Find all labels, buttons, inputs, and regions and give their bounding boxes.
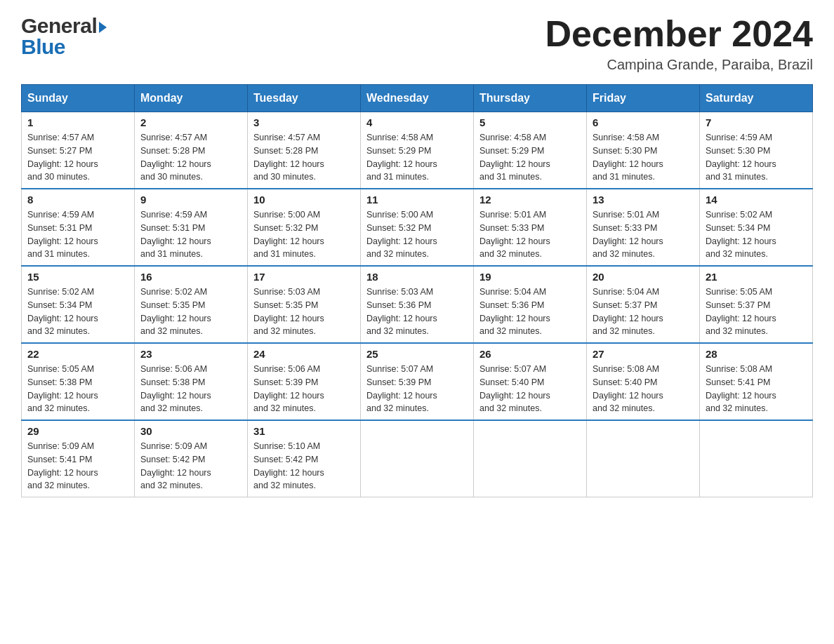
day-number: 2 xyxy=(140,116,241,128)
weekday-header-wednesday: Wednesday xyxy=(361,85,474,112)
day-info: Sunrise: 4:59 AM Sunset: 5:31 PM Dayligh… xyxy=(140,208,241,261)
calendar-day-cell: 21 Sunrise: 5:05 AM Sunset: 5:37 PM Dayl… xyxy=(700,266,813,343)
calendar-day-cell: 25 Sunrise: 5:07 AM Sunset: 5:39 PM Dayl… xyxy=(361,343,474,420)
day-info: Sunrise: 5:01 AM Sunset: 5:33 PM Dayligh… xyxy=(479,208,581,261)
day-info: Sunrise: 5:02 AM Sunset: 5:34 PM Dayligh… xyxy=(706,208,807,261)
day-info: Sunrise: 5:00 AM Sunset: 5:32 PM Dayligh… xyxy=(253,208,355,261)
calendar-day-cell: 10 Sunrise: 5:00 AM Sunset: 5:32 PM Dayl… xyxy=(248,189,361,266)
day-number: 8 xyxy=(27,194,128,206)
calendar-week-row: 29 Sunrise: 5:09 AM Sunset: 5:41 PM Dayl… xyxy=(22,420,813,497)
day-number: 11 xyxy=(366,194,468,206)
day-info: Sunrise: 4:59 AM Sunset: 5:30 PM Dayligh… xyxy=(706,131,807,184)
calendar-day-cell xyxy=(361,420,474,497)
calendar-day-cell: 12 Sunrise: 5:01 AM Sunset: 5:33 PM Dayl… xyxy=(474,189,587,266)
calendar-day-cell xyxy=(700,420,813,497)
page-header: General Blue December 2024 Campina Grand… xyxy=(21,14,813,73)
day-number: 21 xyxy=(706,271,807,283)
calendar-day-cell: 14 Sunrise: 5:02 AM Sunset: 5:34 PM Dayl… xyxy=(700,189,813,266)
day-number: 9 xyxy=(140,194,241,206)
day-info: Sunrise: 5:06 AM Sunset: 5:38 PM Dayligh… xyxy=(140,363,241,415)
day-number: 18 xyxy=(366,271,468,283)
calendar-day-cell: 16 Sunrise: 5:02 AM Sunset: 5:35 PM Dayl… xyxy=(135,266,248,343)
day-info: Sunrise: 5:08 AM Sunset: 5:40 PM Dayligh… xyxy=(593,363,694,415)
day-info: Sunrise: 5:08 AM Sunset: 5:41 PM Dayligh… xyxy=(706,363,807,415)
day-info: Sunrise: 4:58 AM Sunset: 5:29 PM Dayligh… xyxy=(479,131,581,184)
title-area: December 2024 Campina Grande, Paraiba, B… xyxy=(545,14,813,73)
calendar-day-cell: 26 Sunrise: 5:07 AM Sunset: 5:40 PM Dayl… xyxy=(474,343,587,420)
weekday-header-saturday: Saturday xyxy=(700,85,813,112)
calendar-day-cell: 31 Sunrise: 5:10 AM Sunset: 5:42 PM Dayl… xyxy=(248,420,361,497)
logo-arrow-icon xyxy=(99,22,107,33)
calendar-week-row: 15 Sunrise: 5:02 AM Sunset: 5:34 PM Dayl… xyxy=(22,266,813,343)
day-number: 10 xyxy=(253,194,355,206)
day-number: 13 xyxy=(593,194,694,206)
day-info: Sunrise: 5:09 AM Sunset: 5:41 PM Dayligh… xyxy=(27,440,128,492)
day-info: Sunrise: 5:04 AM Sunset: 5:36 PM Dayligh… xyxy=(479,286,581,338)
calendar-day-cell: 20 Sunrise: 5:04 AM Sunset: 5:37 PM Dayl… xyxy=(587,266,700,343)
calendar-week-row: 8 Sunrise: 4:59 AM Sunset: 5:31 PM Dayli… xyxy=(22,189,813,266)
day-number: 7 xyxy=(706,116,807,128)
month-title: December 2024 xyxy=(545,14,813,54)
calendar-day-cell: 27 Sunrise: 5:08 AM Sunset: 5:40 PM Dayl… xyxy=(587,343,700,420)
day-number: 27 xyxy=(593,348,694,360)
calendar-day-cell: 4 Sunrise: 4:58 AM Sunset: 5:29 PM Dayli… xyxy=(361,112,474,189)
day-info: Sunrise: 5:04 AM Sunset: 5:37 PM Dayligh… xyxy=(593,286,694,338)
day-info: Sunrise: 5:05 AM Sunset: 5:38 PM Dayligh… xyxy=(27,363,128,415)
day-number: 16 xyxy=(140,271,241,283)
day-number: 29 xyxy=(27,425,128,437)
day-info: Sunrise: 5:06 AM Sunset: 5:39 PM Dayligh… xyxy=(253,363,355,415)
day-number: 22 xyxy=(27,348,128,360)
day-info: Sunrise: 4:58 AM Sunset: 5:30 PM Dayligh… xyxy=(593,131,694,184)
day-number: 19 xyxy=(479,271,581,283)
day-number: 20 xyxy=(593,271,694,283)
day-number: 1 xyxy=(27,116,128,128)
calendar-header-row: SundayMondayTuesdayWednesdayThursdayFrid… xyxy=(22,85,813,112)
day-number: 25 xyxy=(366,348,468,360)
logo-general-text: General xyxy=(21,14,97,38)
calendar-day-cell: 19 Sunrise: 5:04 AM Sunset: 5:36 PM Dayl… xyxy=(474,266,587,343)
calendar-day-cell: 23 Sunrise: 5:06 AM Sunset: 5:38 PM Dayl… xyxy=(135,343,248,420)
weekday-header-friday: Friday xyxy=(587,85,700,112)
day-info: Sunrise: 5:03 AM Sunset: 5:36 PM Dayligh… xyxy=(366,286,468,338)
day-number: 31 xyxy=(253,425,355,437)
day-info: Sunrise: 5:07 AM Sunset: 5:40 PM Dayligh… xyxy=(479,363,581,415)
calendar-day-cell xyxy=(474,420,587,497)
day-number: 30 xyxy=(140,425,241,437)
day-number: 24 xyxy=(253,348,355,360)
weekday-header-monday: Monday xyxy=(135,85,248,112)
day-info: Sunrise: 4:57 AM Sunset: 5:27 PM Dayligh… xyxy=(27,131,128,184)
weekday-header-sunday: Sunday xyxy=(22,85,135,112)
day-number: 15 xyxy=(27,271,128,283)
day-info: Sunrise: 5:05 AM Sunset: 5:37 PM Dayligh… xyxy=(706,286,807,338)
day-number: 5 xyxy=(479,116,581,128)
day-number: 14 xyxy=(706,194,807,206)
calendar-day-cell xyxy=(587,420,700,497)
day-info: Sunrise: 5:10 AM Sunset: 5:42 PM Dayligh… xyxy=(253,440,355,492)
day-info: Sunrise: 5:07 AM Sunset: 5:39 PM Dayligh… xyxy=(366,363,468,415)
calendar-day-cell: 29 Sunrise: 5:09 AM Sunset: 5:41 PM Dayl… xyxy=(22,420,135,497)
day-info: Sunrise: 5:02 AM Sunset: 5:35 PM Dayligh… xyxy=(140,286,241,338)
calendar-day-cell: 28 Sunrise: 5:08 AM Sunset: 5:41 PM Dayl… xyxy=(700,343,813,420)
location-subtitle: Campina Grande, Paraiba, Brazil xyxy=(545,57,813,73)
day-number: 26 xyxy=(479,348,581,360)
day-number: 4 xyxy=(366,116,468,128)
calendar-day-cell: 1 Sunrise: 4:57 AM Sunset: 5:27 PM Dayli… xyxy=(22,112,135,189)
calendar-day-cell: 11 Sunrise: 5:00 AM Sunset: 5:32 PM Dayl… xyxy=(361,189,474,266)
weekday-header-tuesday: Tuesday xyxy=(248,85,361,112)
calendar-day-cell: 3 Sunrise: 4:57 AM Sunset: 5:28 PM Dayli… xyxy=(248,112,361,189)
day-info: Sunrise: 5:02 AM Sunset: 5:34 PM Dayligh… xyxy=(27,286,128,338)
day-number: 23 xyxy=(140,348,241,360)
calendar-day-cell: 5 Sunrise: 4:58 AM Sunset: 5:29 PM Dayli… xyxy=(474,112,587,189)
calendar-week-row: 1 Sunrise: 4:57 AM Sunset: 5:27 PM Dayli… xyxy=(22,112,813,189)
calendar-day-cell: 8 Sunrise: 4:59 AM Sunset: 5:31 PM Dayli… xyxy=(22,189,135,266)
calendar-day-cell: 7 Sunrise: 4:59 AM Sunset: 5:30 PM Dayli… xyxy=(700,112,813,189)
calendar-day-cell: 6 Sunrise: 4:58 AM Sunset: 5:30 PM Dayli… xyxy=(587,112,700,189)
day-info: Sunrise: 5:03 AM Sunset: 5:35 PM Dayligh… xyxy=(253,286,355,338)
calendar-week-row: 22 Sunrise: 5:05 AM Sunset: 5:38 PM Dayl… xyxy=(22,343,813,420)
day-info: Sunrise: 4:59 AM Sunset: 5:31 PM Dayligh… xyxy=(27,208,128,261)
calendar-day-cell: 17 Sunrise: 5:03 AM Sunset: 5:35 PM Dayl… xyxy=(248,266,361,343)
calendar-table: SundayMondayTuesdayWednesdayThursdayFrid… xyxy=(21,84,813,497)
day-info: Sunrise: 4:57 AM Sunset: 5:28 PM Dayligh… xyxy=(253,131,355,184)
day-number: 12 xyxy=(479,194,581,206)
day-info: Sunrise: 4:57 AM Sunset: 5:28 PM Dayligh… xyxy=(140,131,241,184)
